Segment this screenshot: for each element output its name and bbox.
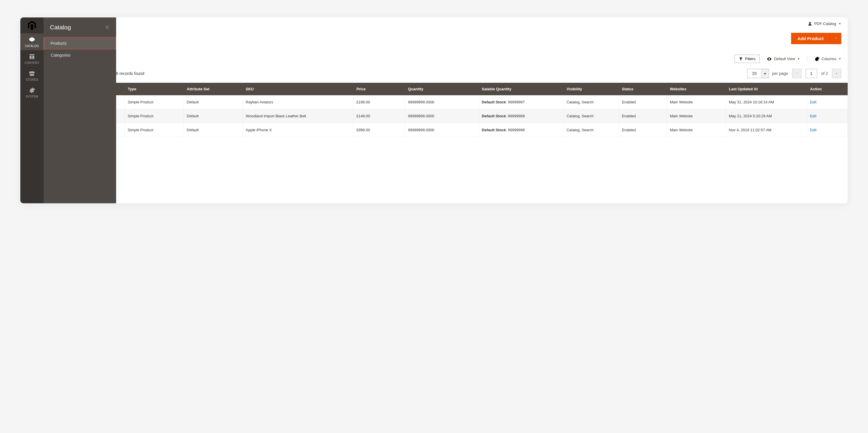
columns-selector[interactable]: Columns ▼ bbox=[814, 56, 841, 62]
col-header-sku[interactable]: SKU bbox=[243, 83, 353, 95]
user-icon bbox=[808, 22, 812, 26]
cell-action: Edit bbox=[807, 109, 848, 123]
default-view-label: Default View bbox=[774, 57, 795, 61]
cell-action: Edit bbox=[807, 95, 848, 109]
cell-websites: Main Website bbox=[667, 109, 726, 123]
table-row[interactable]: iPhone XSimple ProductDefaultApple iPhon… bbox=[43, 123, 848, 137]
divider bbox=[807, 56, 807, 62]
col-header-last-updated[interactable]: Last Updated At bbox=[726, 83, 807, 95]
rail-item-content[interactable]: CONTENT bbox=[20, 50, 43, 67]
add-product-button[interactable]: Add Product bbox=[791, 33, 830, 44]
cell-websites: Main Website bbox=[667, 95, 726, 109]
salable-stock-label: Default Stock bbox=[482, 128, 506, 132]
salable-stock-label: Default Stock bbox=[482, 100, 506, 104]
cell-quantity: 99999999.0000 bbox=[405, 123, 479, 137]
cell-type: Simple Product bbox=[125, 123, 183, 137]
edit-link[interactable]: Edit bbox=[810, 128, 816, 132]
col-header-visibility[interactable]: Visibility bbox=[563, 83, 619, 95]
pager: 20 ▾ per page of 2 bbox=[747, 69, 841, 78]
page-next-button[interactable] bbox=[832, 69, 841, 78]
icon-rail: CATALOG CONTENT STORES SYSTEM bbox=[20, 18, 43, 203]
chevron-down-icon: ▼ bbox=[838, 22, 841, 25]
cell-salable-qty: Default Stock: 99999996 bbox=[479, 123, 563, 137]
cell-quantity: 99999999.0000 bbox=[405, 95, 479, 109]
cell-type: Simple Product bbox=[125, 109, 183, 123]
page-prev-button[interactable] bbox=[792, 69, 802, 78]
cell-price: £199.00 bbox=[353, 95, 405, 109]
cell-status: Enabled bbox=[619, 123, 667, 137]
filters-button[interactable]: Filters bbox=[735, 55, 760, 63]
col-header-price[interactable]: Price bbox=[353, 83, 405, 95]
cell-last-updated: May 31, 2024 10:16:14 AM bbox=[726, 95, 807, 109]
cell-sku: Apple iPhone X bbox=[243, 123, 353, 137]
magento-logo-icon bbox=[20, 18, 43, 33]
cell-action: Edit bbox=[807, 123, 848, 137]
main-content: PDF-Catalog ▼ Add Product Filters Defaul… bbox=[43, 18, 848, 203]
submenu-item-products[interactable]: Products bbox=[43, 37, 116, 50]
page-number-input[interactable] bbox=[806, 69, 817, 78]
admin-window: CATALOG CONTENT STORES SYSTEM Catalog ✕ … bbox=[20, 18, 848, 203]
cell-price: £149.00 bbox=[353, 109, 405, 123]
page-size-select[interactable]: 20 ▾ bbox=[747, 69, 769, 78]
add-product-dropdown[interactable] bbox=[830, 33, 841, 44]
grid-toolbar: Filters Default View ▼ Columns ▼ bbox=[43, 52, 848, 65]
chevron-down-icon: ▼ bbox=[797, 57, 800, 60]
add-product-group: Add Product bbox=[791, 33, 841, 44]
chevron-down-icon bbox=[834, 36, 838, 40]
rail-label: SYSTEM bbox=[26, 95, 38, 98]
submenu-item-categories[interactable]: Categories bbox=[43, 50, 116, 61]
grid-header-row: e Type Attribute Set SKU Price Quantity … bbox=[43, 83, 848, 95]
cell-attribute-set: Default bbox=[184, 123, 243, 137]
salable-stock-label: Default Stock bbox=[482, 114, 506, 118]
cell-quantity: 99999999.0000 bbox=[405, 109, 479, 123]
edit-link[interactable]: Edit bbox=[810, 114, 816, 118]
col-header-websites[interactable]: Websites bbox=[667, 83, 726, 95]
user-name: PDF-Catalog bbox=[814, 22, 836, 26]
rail-item-system[interactable]: SYSTEM bbox=[20, 84, 43, 101]
page-size-value: 20 bbox=[747, 69, 762, 78]
cell-sku: Woodland Import Black Leather Belt bbox=[243, 109, 353, 123]
funnel-icon bbox=[739, 57, 743, 61]
col-header-salable-qty[interactable]: Salable Quantity bbox=[479, 83, 563, 95]
cell-visibility: Catalog, Search bbox=[563, 109, 619, 123]
close-icon[interactable]: ✕ bbox=[105, 24, 110, 31]
col-header-action[interactable]: Action bbox=[807, 83, 848, 95]
cell-salable-qty: Default Stock: 99999997 bbox=[479, 95, 563, 109]
cell-type: Simple Product bbox=[125, 95, 183, 109]
gear-icon bbox=[814, 56, 819, 62]
col-header-quantity[interactable]: Quantity bbox=[405, 83, 479, 95]
col-header-type[interactable]: Type bbox=[125, 83, 183, 95]
cell-attribute-set: Default bbox=[184, 109, 243, 123]
cell-last-updated: May 21, 2024 5:20:29 AM bbox=[726, 109, 807, 123]
col-header-status[interactable]: Status bbox=[619, 83, 667, 95]
eye-icon bbox=[767, 56, 772, 62]
chevron-left-icon bbox=[796, 72, 798, 75]
products-grid: e Type Attribute Set SKU Price Quantity … bbox=[43, 83, 848, 137]
col-header-attribute-set[interactable]: Attribute Set bbox=[184, 83, 243, 95]
default-view-selector[interactable]: Default View ▼ bbox=[767, 56, 800, 62]
chevron-right-icon bbox=[835, 72, 838, 75]
rail-label: STORES bbox=[26, 78, 38, 81]
rail-item-stores[interactable]: STORES bbox=[20, 67, 43, 84]
edit-link[interactable]: Edit bbox=[810, 100, 816, 104]
records-found: 26 records found bbox=[114, 71, 144, 76]
catalog-submenu: Catalog ✕ Products Categories bbox=[43, 18, 116, 203]
cell-sku: Rayban Aviators bbox=[243, 95, 353, 109]
cell-last-updated: Nov 4, 2019 11:02:57 AM bbox=[726, 123, 807, 137]
cell-price: £999.00 bbox=[353, 123, 405, 137]
cell-visibility: Catalog, Search bbox=[563, 123, 619, 137]
table-row[interactable]: land Black er BeltSimple ProductDefaultW… bbox=[43, 109, 848, 123]
cell-status: Enabled bbox=[619, 109, 667, 123]
submenu-item-label: Products bbox=[51, 41, 66, 45]
table-row[interactable]: n AviatorsSimple ProductDefaultRayban Av… bbox=[43, 95, 848, 109]
user-menu[interactable]: PDF-Catalog ▼ bbox=[43, 18, 848, 30]
rail-item-catalog[interactable]: CATALOG bbox=[20, 33, 43, 50]
cell-salable-qty: Default Stock: 99999989 bbox=[479, 109, 563, 123]
cell-visibility: Catalog, Search bbox=[563, 95, 619, 109]
rail-label: CATALOG bbox=[25, 44, 39, 48]
per-page-label: per page bbox=[772, 71, 788, 76]
chevron-down-icon: ▾ bbox=[761, 69, 769, 78]
page-of-label: of 2 bbox=[821, 71, 828, 76]
filters-label: Filters bbox=[745, 57, 755, 61]
gear-icon bbox=[29, 87, 35, 94]
